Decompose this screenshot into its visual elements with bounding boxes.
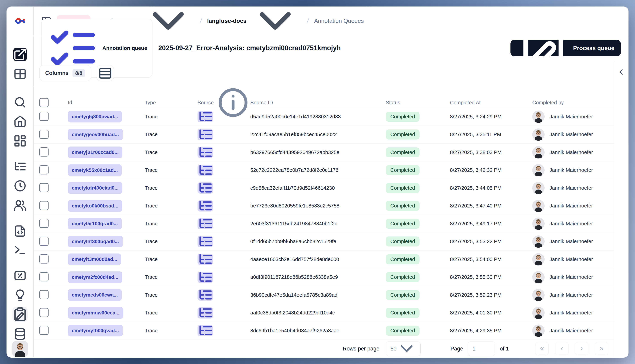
sidebar-item-playground[interactable]	[13, 243, 27, 257]
item-id-link[interactable]: cmetylht300bqad0...	[68, 236, 123, 247]
column-header-type[interactable]: Type	[145, 100, 197, 106]
row-height-button[interactable]	[97, 65, 114, 81]
dashboard-icon	[13, 134, 27, 148]
list-tree-icon	[13, 160, 27, 174]
sidebar-item-evaluators[interactable]	[13, 269, 27, 282]
item-id-link[interactable]: cmetyju1r00ccad0...	[68, 146, 122, 158]
sidebar-item-insights[interactable]	[13, 289, 27, 302]
source-trace-button[interactable]	[197, 325, 213, 336]
item-id-link[interactable]: cmetyl5r100grad0...	[68, 218, 122, 230]
row-checkbox[interactable]	[39, 165, 49, 174]
table-row: cmetymmuw00cea... Trace aaf0c38db0f3f204…	[34, 304, 614, 322]
list-tree-icon	[197, 127, 213, 142]
source-trace-button[interactable]	[197, 236, 213, 247]
list-tree-icon	[197, 323, 213, 338]
rows-per-page-select[interactable]: 50	[386, 342, 420, 356]
source-trace-button[interactable]	[197, 272, 213, 283]
item-id-link[interactable]: cmetyk55x00c1ad...	[68, 164, 122, 176]
row-checkbox[interactable]	[39, 326, 49, 335]
columns-count-badge: 8/8	[73, 69, 85, 77]
item-id-link[interactable]: cmetym2fz00d4ad...	[68, 272, 122, 283]
percent-card-icon	[13, 269, 27, 282]
source-trace-button[interactable]	[197, 307, 213, 318]
right-panel-strip	[614, 61, 628, 358]
row-checkbox[interactable]	[39, 290, 49, 299]
breadcrumb-separator: /	[199, 17, 202, 24]
process-queue-button[interactable]: Process queue	[510, 40, 621, 56]
completed-by-name: Jannik Maierhoefer	[549, 310, 593, 316]
columns-button[interactable]: Columns 8/8	[39, 65, 91, 81]
column-header-completed-at[interactable]: Completed At	[450, 100, 532, 106]
sidebar-item-datasets[interactable]	[13, 327, 27, 341]
langfuse-logo[interactable]	[7, 6, 34, 35]
item-id-link[interactable]: cmetygeov00buad...	[68, 129, 123, 140]
table-row: cmetymeds00cwa... Trace 36b90cdfc47e5da1…	[34, 286, 614, 304]
row-checkbox[interactable]	[39, 237, 49, 246]
row-checkbox[interactable]	[39, 148, 49, 156]
sidebar-divider	[7, 86, 34, 86]
completed-by-name: Jannik Maierhoefer	[549, 114, 593, 120]
columns-label: Columns	[45, 70, 69, 76]
row-checkbox[interactable]	[39, 219, 49, 228]
sidebar-item-sessions[interactable]	[13, 179, 27, 193]
row-checkbox[interactable]	[39, 201, 49, 210]
item-id-link[interactable]: cmetykdr400ciad0...	[68, 182, 122, 194]
sidebar-item-prompts[interactable]	[13, 224, 27, 238]
next-page-button[interactable]: ›	[575, 342, 588, 356]
column-header-status[interactable]: Status	[386, 100, 450, 106]
expand-panel-button[interactable]	[616, 67, 626, 77]
source-id: aaf0c38db0f3f2048b24dd229df10d4c	[250, 310, 335, 316]
sidebar-item-search[interactable]	[13, 96, 27, 109]
column-header-source-id[interactable]: Source ID	[250, 100, 386, 106]
sidebar-item-dashboards[interactable]	[13, 134, 27, 148]
lightbulb-icon	[13, 289, 27, 302]
sidebar-item-users[interactable]	[13, 198, 27, 212]
page-number-input[interactable]	[468, 342, 495, 356]
sidebar-item-table-view[interactable]	[13, 67, 27, 81]
sidebar-item-share[interactable]	[13, 48, 27, 61]
source-trace-button[interactable]	[197, 182, 213, 194]
user-avatar[interactable]	[12, 341, 28, 357]
source-trace-button[interactable]	[197, 111, 213, 122]
sidebar-item-home[interactable]	[13, 114, 27, 128]
avatar	[532, 253, 545, 266]
last-page-button[interactable]: »	[595, 342, 608, 356]
avatar	[532, 324, 545, 337]
completed-at: 8/27/2025, 3:42:32 PM	[450, 167, 502, 173]
item-id-link[interactable]: cmetymmuw00cea...	[68, 307, 123, 319]
table-row: cmetyl5r100grad0... Trace 2e603f31361115…	[34, 215, 614, 233]
row-checkbox[interactable]	[39, 183, 49, 192]
source-trace-button[interactable]	[197, 218, 213, 229]
project-name: langfuse-docs	[207, 18, 247, 24]
source-trace-button[interactable]	[197, 164, 213, 176]
item-type: Trace	[145, 203, 158, 208]
source-trace-button[interactable]	[197, 147, 213, 158]
source-trace-button[interactable]	[197, 200, 213, 212]
search-icon	[13, 96, 27, 109]
row-checkbox[interactable]	[39, 112, 49, 121]
row-checkbox[interactable]	[39, 272, 49, 282]
status-badge: Completed	[386, 165, 419, 175]
item-id-link[interactable]: cmetymyfb00gvad...	[68, 325, 123, 336]
row-checkbox[interactable]	[39, 308, 49, 317]
previous-page-button[interactable]: ‹	[555, 342, 568, 356]
status-badge: Completed	[386, 201, 419, 211]
item-id-link[interactable]: cmetylt3m00d2ad...	[68, 254, 121, 265]
item-id-link[interactable]: cmetyg5j800bwad...	[68, 111, 122, 122]
item-type: Trace	[145, 292, 158, 298]
source-trace-button[interactable]	[197, 289, 213, 300]
column-header-completed-by[interactable]: Completed by	[532, 100, 614, 106]
item-id-link[interactable]: cmetymeds00cwa...	[68, 289, 122, 301]
first-page-button[interactable]: «	[535, 342, 549, 356]
row-checkbox[interactable]	[39, 130, 49, 139]
source-trace-button[interactable]	[197, 129, 213, 140]
select-all-checkbox[interactable]	[39, 98, 49, 107]
item-type: Trace	[145, 114, 158, 120]
status-badge: Completed	[386, 219, 419, 229]
item-id-link[interactable]: cmetyko0k00bsad...	[68, 200, 122, 212]
source-trace-button[interactable]	[197, 254, 213, 265]
row-checkbox[interactable]	[39, 254, 49, 264]
sidebar-item-annotation-queues[interactable]	[13, 307, 28, 322]
sidebar-item-tracing[interactable]	[13, 160, 27, 174]
column-header-id[interactable]: Id	[68, 100, 145, 106]
